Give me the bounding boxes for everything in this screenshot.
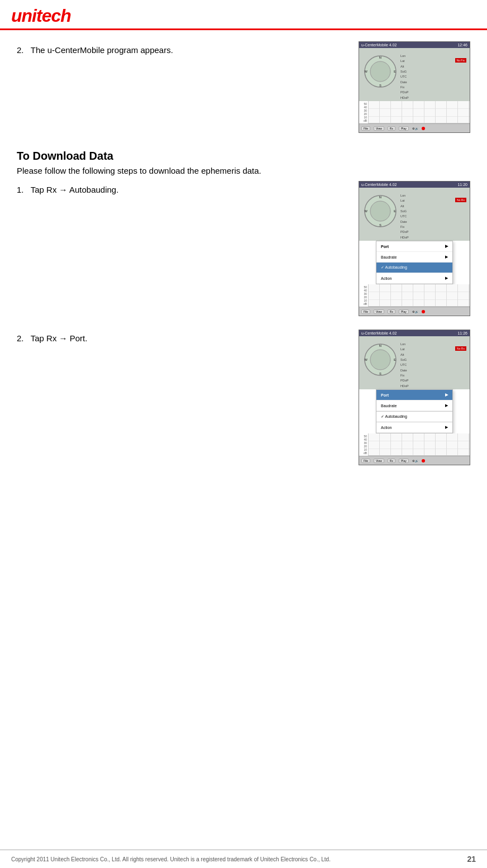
step-desc-1: The u-CenterMobile program appears. bbox=[31, 45, 173, 55]
menu-action-2[interactable]: Action▶ bbox=[376, 273, 452, 284]
chart-grid-area-3 bbox=[368, 433, 470, 456]
compass-svg-2: N S W E bbox=[364, 194, 397, 228]
svg-point-7 bbox=[370, 201, 390, 221]
svg-point-13 bbox=[370, 350, 390, 370]
toolbar-rx-1[interactable]: Rx bbox=[388, 126, 395, 131]
toolbar-icons-1: ⚙ 🔊 bbox=[412, 127, 418, 130]
toolbar-rx-3[interactable]: Rx bbox=[388, 459, 395, 463]
rx-menu-2: Port▶ Baudrate▶ ✓ Autobauding Action▶ bbox=[376, 241, 453, 284]
rec-dot-1 bbox=[422, 127, 425, 130]
step-num-3: 2. bbox=[17, 333, 24, 343]
svg-text:W: W bbox=[364, 70, 367, 73]
menu-autobauding-2[interactable]: ✓ Autobauding bbox=[376, 263, 452, 273]
device-compass-area-3: N S W E LonLatAltSoGUTCDateFixPDoPHDoP N… bbox=[359, 336, 470, 389]
device-title-bar-3: u-CenterMobile 4.02 11:26 bbox=[359, 330, 470, 336]
info-hdop-1: HDoP bbox=[400, 96, 467, 101]
device-screenshot-3: u-CenterMobile 4.02 11:26 N S W E bbox=[359, 330, 470, 465]
compass-1: N S W E bbox=[361, 53, 399, 90]
toolbar-icons-3: ⚙ 🔊 bbox=[412, 459, 418, 462]
svg-text:E: E bbox=[394, 209, 396, 213]
no-fix-badge-2: No Rx bbox=[455, 198, 466, 202]
menu-action-3[interactable]: Action▶ bbox=[376, 422, 452, 433]
menu-autobauding-3[interactable]: ✓ Autobauding bbox=[376, 411, 452, 422]
toolbar-icons-2: ⚙ 🔊 bbox=[412, 310, 418, 313]
device-screenshot-1: u-CenterMobile 4.02 12:46 N S W E bbox=[359, 41, 470, 133]
step-row-1: 2. The u-CenterMobile program appears. u… bbox=[17, 41, 470, 133]
no-fix-badge-1: No Fix bbox=[455, 58, 466, 63]
footer-copyright: Copyright 2011 Unitech Electronics Co., … bbox=[11, 856, 331, 862]
toolbar-file-3[interactable]: File bbox=[361, 459, 370, 463]
menu-baudrate-2[interactable]: Baudrate▶ bbox=[376, 252, 452, 263]
svg-text:N: N bbox=[379, 195, 381, 199]
toolbar-play-2[interactable]: Play bbox=[399, 309, 409, 314]
toolbar-play-1[interactable]: Play bbox=[399, 126, 409, 131]
svg-text:W: W bbox=[364, 209, 367, 213]
info-panel-3: LonLatAltSoGUTCDateFixPDoPHDoP No Rx bbox=[399, 341, 467, 387]
device-time-1: 12:46 bbox=[457, 43, 467, 47]
toolbar-view-2[interactable]: View bbox=[374, 309, 384, 314]
compass-3: N S W E bbox=[361, 341, 399, 379]
section-download: To Download Data Please follow the follo… bbox=[17, 150, 470, 465]
step-row-3: 2. Tap Rx → Port. u-CenterMobile 4.02 11… bbox=[17, 330, 470, 465]
menu-port-3[interactable]: Port▶ bbox=[376, 390, 452, 400]
toolbar-file-1[interactable]: File bbox=[361, 126, 370, 131]
toolbar-rx-2[interactable]: Rx bbox=[388, 309, 395, 314]
device-toolbar-3: File View Rx Play ⚙ 🔊 bbox=[359, 456, 470, 465]
step-num-2: 1. bbox=[17, 185, 24, 194]
rx-menu-3: Port▶ Baudrate▶ ✓ Autobauding Action▶ bbox=[376, 389, 453, 433]
chart-grid-area-2 bbox=[368, 284, 470, 307]
rec-dot-2 bbox=[422, 310, 425, 313]
info-alt-1: Alt bbox=[400, 64, 467, 69]
info-pdop-1: PDoP bbox=[400, 90, 467, 95]
chart-grid-lines-2 bbox=[369, 284, 470, 306]
device-chart-2: 50 40 30 20 10 dB bbox=[359, 284, 470, 307]
chart-grid-lines-1 bbox=[369, 101, 470, 123]
step-text-1: 2. The u-CenterMobile program appears. bbox=[17, 41, 359, 57]
no-fix-badge-3: No Rx bbox=[455, 346, 466, 351]
device-compass-area-2: N S W E LonLatAltSoGUTCDateFixPDoPHDoP N… bbox=[359, 188, 470, 241]
page-content: 2. The u-CenterMobile program appears. u… bbox=[0, 30, 487, 493]
device-title-3: u-CenterMobile 4.02 bbox=[361, 331, 397, 335]
compass-svg-1: N S W E bbox=[364, 55, 397, 88]
toolbar-view-1[interactable]: View bbox=[374, 126, 384, 131]
svg-text:E: E bbox=[394, 358, 396, 361]
info-panel-1: Lon Lat Alt SoG UTC Date Fix PDoP HDoP N… bbox=[399, 53, 467, 99]
info-date-1: Date bbox=[400, 80, 467, 85]
svg-text:E: E bbox=[394, 70, 396, 73]
svg-text:S: S bbox=[379, 223, 381, 227]
info-fix-1: Fix bbox=[400, 85, 467, 90]
download-subtext: Please follow the following steps to dow… bbox=[17, 166, 470, 175]
step-desc-3: Tap Rx → Port. bbox=[31, 333, 88, 343]
chart-grid-lines-3 bbox=[369, 433, 470, 455]
toolbar-file-2[interactable]: File bbox=[361, 309, 370, 314]
info-panel-2: LonLatAltSoGUTCDateFixPDoPHDoP No Rx bbox=[399, 192, 467, 239]
chart-y-labels-3: 50 40 30 20 10 dB bbox=[359, 433, 368, 456]
svg-point-1 bbox=[370, 61, 390, 82]
compass-svg-3: N S W E bbox=[364, 343, 397, 376]
step-row-2: 1. Tap Rx → Autobauding. u-CenterMobile … bbox=[17, 181, 470, 316]
chart-y-labels-1: 50 40 30 20 10 dB bbox=[359, 101, 368, 123]
page-header: unitech bbox=[0, 0, 487, 30]
logo: unitech bbox=[11, 6, 71, 26]
device-time-2: 11:20 bbox=[457, 183, 467, 187]
menu-area-3: Port▶ Baudrate▶ ✓ Autobauding Action▶ bbox=[359, 389, 470, 433]
page-number: 21 bbox=[467, 855, 476, 864]
chart-grid-area-1 bbox=[368, 101, 470, 123]
device-toolbar-1: File View Rx Play ⚙ 🔊 bbox=[359, 123, 470, 132]
toolbar-play-3[interactable]: Play bbox=[399, 459, 409, 463]
svg-text:S: S bbox=[379, 372, 381, 375]
device-title-bar-1: u-CenterMobile 4.02 12:46 bbox=[359, 42, 470, 48]
menu-area-2: Port▶ Baudrate▶ ✓ Autobauding Action▶ bbox=[359, 241, 470, 284]
step-text-3: 2. Tap Rx → Port. bbox=[17, 330, 359, 345]
svg-text:S: S bbox=[379, 84, 381, 87]
toolbar-view-3[interactable]: View bbox=[374, 459, 384, 463]
page-footer: Copyright 2011 Unitech Electronics Co., … bbox=[0, 850, 487, 868]
step-num-1: 2. bbox=[17, 45, 24, 55]
info-utc-1: UTC bbox=[400, 74, 467, 79]
menu-baudrate-3[interactable]: Baudrate▶ bbox=[376, 400, 452, 411]
device-chart-3: 50 40 30 20 10 dB bbox=[359, 433, 470, 456]
info-sog-1: SoG bbox=[400, 69, 467, 74]
rec-dot-3 bbox=[422, 459, 425, 462]
menu-port-2[interactable]: Port▶ bbox=[376, 241, 452, 252]
section-1: 2. The u-CenterMobile program appears. u… bbox=[17, 41, 470, 133]
